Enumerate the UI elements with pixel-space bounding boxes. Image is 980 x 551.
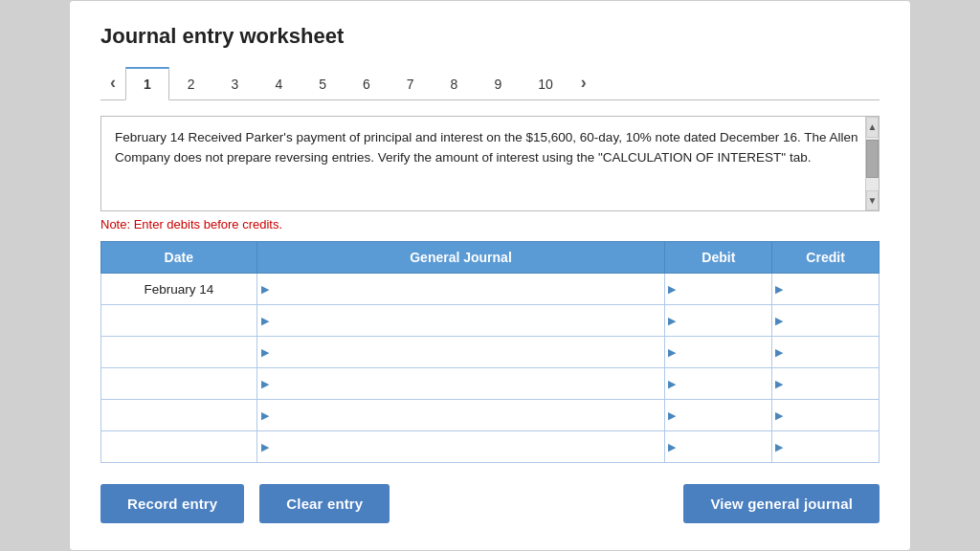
credit-cell-4[interactable]: ▶ <box>772 368 880 400</box>
debit-input-4[interactable] <box>677 368 771 399</box>
tab-4[interactable]: 4 <box>256 68 301 100</box>
date-cell-1: February 14 <box>101 274 257 305</box>
date-cell-6 <box>101 431 257 463</box>
col-debit: Debit <box>665 242 772 274</box>
journal-input-5[interactable] <box>271 400 665 430</box>
journal-input-3[interactable] <box>271 337 665 367</box>
date-cell-4 <box>101 368 257 400</box>
date-cell-5 <box>101 400 257 431</box>
journal-cell-2[interactable]: ▶ <box>256 305 665 337</box>
credit-input-6[interactable] <box>784 431 879 462</box>
tab-1[interactable]: 1 <box>125 67 169 100</box>
tab-prev-arrow[interactable]: ‹ <box>100 67 125 99</box>
journal-cell-5[interactable]: ▶ <box>256 400 665 431</box>
scrollbar-thumb[interactable] <box>866 140 879 178</box>
cell-arrow: ▶ <box>261 346 269 359</box>
credit-arrow-3: ▶ <box>775 346 783 359</box>
table-row: ▶ ▶ ▶ <box>101 305 880 337</box>
credit-cell-5[interactable]: ▶ <box>772 400 880 431</box>
debit-cell-5[interactable]: ▶ <box>665 400 772 431</box>
cell-arrow: ▶ <box>261 283 269 296</box>
journal-input-1[interactable] <box>271 274 665 304</box>
debit-input-5[interactable] <box>677 400 771 430</box>
clear-entry-button[interactable]: Clear entry <box>259 484 390 523</box>
debit-arrow-1: ▶ <box>668 283 676 296</box>
credit-arrow-2: ▶ <box>775 315 783 327</box>
debit-arrow-2: ▶ <box>668 315 676 327</box>
debit-input-6[interactable] <box>677 431 771 462</box>
date-cell-2 <box>101 305 257 337</box>
journal-table: Date General Journal Debit Credit Februa… <box>100 241 880 463</box>
journal-input-6[interactable] <box>271 431 665 462</box>
journal-input-2[interactable] <box>271 305 665 336</box>
cell-arrow: ▶ <box>261 315 269 327</box>
journal-cell-6[interactable]: ▶ <box>256 431 665 463</box>
debit-arrow-4: ▶ <box>668 378 676 390</box>
credit-cell-2[interactable]: ▶ <box>772 305 880 337</box>
date-cell-3 <box>101 337 257 368</box>
button-row: Record entry Clear entry View general jo… <box>100 484 880 523</box>
tab-3[interactable]: 3 <box>213 68 257 100</box>
credit-input-5[interactable] <box>784 400 879 430</box>
table-row: ▶ ▶ ▶ <box>101 368 880 400</box>
credit-cell-1[interactable]: ▶ <box>772 274 880 305</box>
tab-5[interactable]: 5 <box>301 68 345 100</box>
credit-cell-3[interactable]: ▶ <box>772 337 880 368</box>
credit-input-1[interactable] <box>784 274 879 304</box>
credit-arrow-4: ▶ <box>775 378 783 390</box>
credit-input-2[interactable] <box>784 305 879 336</box>
col-journal: General Journal <box>256 242 665 274</box>
table-row: ▶ ▶ ▶ <box>101 337 880 368</box>
debit-cell-6[interactable]: ▶ <box>665 431 772 463</box>
debit-cell-2[interactable]: ▶ <box>665 305 772 337</box>
table-row: ▶ ▶ ▶ <box>101 431 880 463</box>
debit-input-2[interactable] <box>677 305 771 336</box>
debit-input-1[interactable] <box>677 274 771 304</box>
credit-arrow-6: ▶ <box>775 441 783 453</box>
credit-input-3[interactable] <box>784 337 879 367</box>
credit-input-4[interactable] <box>784 368 879 399</box>
tab-2[interactable]: 2 <box>169 68 213 100</box>
journal-cell-1[interactable]: ▶ <box>256 274 665 305</box>
tab-7[interactable]: 7 <box>389 68 433 100</box>
journal-cell-3[interactable]: ▶ <box>256 337 665 368</box>
debit-cell-3[interactable]: ▶ <box>665 337 772 368</box>
tab-navigation: ‹ 1 2 3 4 5 6 7 8 9 10 › <box>100 66 880 100</box>
record-entry-button[interactable]: Record entry <box>100 484 244 523</box>
col-credit: Credit <box>772 242 880 274</box>
journal-cell-4[interactable]: ▶ <box>256 368 665 400</box>
col-date: Date <box>101 242 257 274</box>
debit-cell-4[interactable]: ▶ <box>665 368 772 400</box>
debit-arrow-5: ▶ <box>668 409 676 422</box>
description-box: February 14 Received Parker's payment of… <box>100 116 880 211</box>
credit-arrow-5: ▶ <box>775 409 783 422</box>
table-row: ▶ ▶ ▶ <box>101 400 880 431</box>
tab-10[interactable]: 10 <box>520 68 571 100</box>
scrollbar-up[interactable]: ▲ <box>866 117 879 138</box>
page-title: Journal entry worksheet <box>100 24 880 49</box>
tab-8[interactable]: 8 <box>433 68 477 100</box>
credit-cell-6[interactable]: ▶ <box>772 431 880 463</box>
cell-arrow: ▶ <box>261 378 269 390</box>
view-general-journal-button[interactable]: View general journal <box>683 484 880 523</box>
cell-arrow: ▶ <box>261 441 269 453</box>
debit-arrow-6: ▶ <box>668 441 676 453</box>
debit-cell-1[interactable]: ▶ <box>665 274 772 305</box>
tab-6[interactable]: 6 <box>345 68 389 100</box>
tab-next-arrow[interactable]: › <box>571 67 596 99</box>
note-text: Note: Enter debits before credits. <box>100 217 880 231</box>
credit-arrow-1: ▶ <box>775 283 783 296</box>
scrollbar[interactable]: ▲ ▼ <box>865 117 879 210</box>
debit-input-3[interactable] <box>677 337 771 367</box>
tab-9[interactable]: 9 <box>476 68 520 100</box>
debit-arrow-3: ▶ <box>668 346 676 359</box>
cell-arrow: ▶ <box>261 409 269 422</box>
table-row: February 14 ▶ ▶ ▶ <box>101 274 880 305</box>
journal-input-4[interactable] <box>271 368 665 399</box>
scrollbar-down[interactable]: ▼ <box>866 190 879 211</box>
description-text: February 14 Received Parker's payment of… <box>115 130 858 165</box>
